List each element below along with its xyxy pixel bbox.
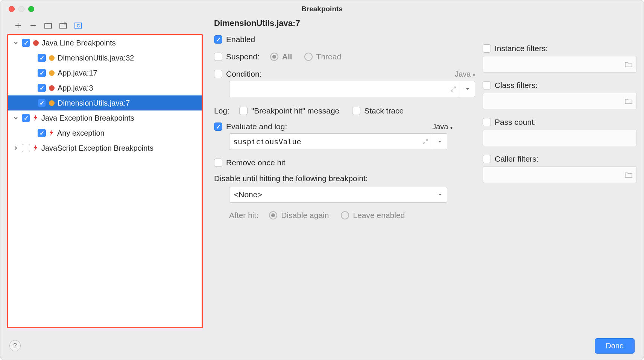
disable-until-select[interactable]: <None> (229, 187, 447, 203)
suspend-thread-radio[interactable] (304, 53, 313, 61)
breakpoint-dot-icon (49, 55, 55, 61)
pass-count-label: Pass count: (495, 118, 536, 127)
svg-rect-3 (60, 23, 63, 24)
eval-input[interactable]: suspiciousValue (229, 133, 432, 150)
checkbox[interactable] (22, 39, 30, 47)
detail-panel: DimensionUtils.java:7 Enabled Suspend: A… (203, 18, 637, 328)
after-hit-row: After hit: Disable again Leave enabled (229, 211, 475, 220)
exception-icon (48, 130, 55, 136)
condition-checkbox[interactable] (214, 70, 222, 78)
tree-label: App.java:17 (58, 69, 97, 77)
pass-count-input[interactable] (483, 130, 637, 146)
group-by-file-icon[interactable] (59, 21, 67, 30)
add-icon[interactable] (14, 21, 22, 30)
checkbox[interactable] (38, 84, 46, 92)
window-title: Breakpoints (0, 5, 644, 13)
condition-header: Condition: Java ▾ (214, 70, 475, 79)
suspend-all-label: All (282, 52, 292, 61)
log-label: Log: (214, 106, 229, 115)
chevron-down-icon (438, 192, 442, 197)
remove-checkbox[interactable] (214, 159, 222, 167)
tree-item[interactable]: App.java:3 (8, 80, 202, 95)
condition-field-wrap (229, 81, 475, 97)
group-by-class-icon[interactable]: C (74, 21, 82, 30)
log-row: Log: "Breakpoint hit" message Stack trac… (214, 106, 475, 115)
tree-label: Java Exception Breakpoints (41, 114, 134, 123)
enabled-checkbox[interactable] (214, 35, 222, 44)
condition-history-dropdown[interactable] (460, 81, 475, 97)
close-icon[interactable] (9, 6, 15, 12)
after-hit-disable-radio[interactable] (269, 211, 277, 219)
condition-label: Condition: (226, 70, 262, 79)
expand-icon[interactable] (451, 86, 456, 92)
class-filters-input[interactable] (483, 93, 637, 109)
class-filters-checkbox[interactable] (483, 81, 491, 89)
tree-item[interactable]: App.java:17 (8, 65, 202, 80)
tree-group[interactable]: Java Exception Breakpoints (8, 110, 202, 126)
tree-label: DimensionUtils.java:32 (58, 54, 134, 62)
condition-input[interactable] (229, 81, 460, 97)
tree-label: Java Line Breakpoints (42, 39, 116, 47)
tree-item-selected[interactable]: DimensionUtils.java:7 (8, 95, 202, 110)
eval-history-dropdown[interactable] (432, 133, 447, 150)
detail-title: DimensionUtils.java:7 (214, 18, 475, 28)
enabled-label: Enabled (226, 35, 255, 44)
filters-column: Instance filters: Class filters: (475, 18, 637, 328)
eval-field-wrap: suspiciousValue (229, 133, 447, 150)
after-hit-disable-label: Disable again (281, 211, 329, 220)
suspend-all-radio[interactable] (270, 53, 278, 61)
folder-icon[interactable] (624, 171, 633, 178)
log-hit-label: "Breakpoint hit" message (251, 106, 339, 115)
disable-until-label: Disable until hitting the following brea… (214, 174, 475, 183)
log-stack-checkbox[interactable] (352, 107, 360, 115)
folder-icon[interactable] (624, 61, 633, 68)
exception-icon (32, 115, 39, 121)
tree-label: App.java:3 (58, 84, 93, 92)
caller-filters-label: Caller filters: (495, 154, 539, 163)
chevron-down-icon[interactable] (12, 41, 20, 45)
eval-checkbox[interactable] (214, 123, 222, 131)
breakpoint-tree[interactable]: Java Line Breakpoints DimensionUtils.jav… (7, 34, 203, 328)
tree-item[interactable]: DimensionUtils.java:32 (8, 50, 202, 65)
enabled-row: Enabled (214, 35, 475, 44)
tree-label: Any exception (57, 129, 105, 138)
pass-count-checkbox[interactable] (483, 118, 491, 126)
chevron-down-icon[interactable] (12, 116, 20, 120)
tree-group[interactable]: Java Line Breakpoints (8, 35, 202, 50)
expand-icon[interactable] (423, 139, 428, 144)
remove-icon[interactable] (29, 21, 37, 30)
minimize-icon[interactable] (18, 6, 24, 12)
after-hit-label: After hit: (229, 211, 258, 220)
folder-icon[interactable] (624, 98, 633, 104)
left-column: C Java Line Breakpoints DimensionUtils.j… (7, 18, 203, 328)
checkbox[interactable] (38, 54, 46, 62)
done-button[interactable]: Done (595, 338, 635, 354)
help-button[interactable]: ? (9, 340, 21, 351)
checkbox[interactable] (38, 129, 46, 137)
log-hit-checkbox[interactable] (239, 107, 248, 115)
exception-icon (32, 145, 39, 151)
suspend-checkbox[interactable] (214, 53, 222, 61)
class-filters-label: Class filters: (495, 81, 538, 90)
tree-label: JavaScript Exception Breakpoints (41, 144, 153, 153)
tree-group[interactable]: JavaScript Exception Breakpoints (8, 141, 202, 156)
checkbox[interactable] (38, 69, 46, 77)
group-by-package-icon[interactable] (44, 21, 52, 30)
caller-filters-input[interactable] (483, 166, 637, 183)
eval-lang[interactable]: Java ▾ (432, 123, 453, 131)
checkbox[interactable] (38, 99, 46, 107)
instance-filters-input[interactable] (483, 56, 637, 73)
chevron-right-icon[interactable] (12, 146, 20, 150)
checkbox[interactable] (22, 114, 30, 122)
condition-lang[interactable]: Java ▾ (455, 70, 475, 79)
zoom-icon[interactable] (28, 6, 34, 12)
instance-filters-checkbox[interactable] (483, 44, 491, 53)
after-hit-leave-radio[interactable] (341, 211, 349, 219)
checkbox[interactable] (22, 144, 30, 152)
eval-header: Evaluate and log: Java ▾ (214, 122, 475, 131)
breakpoints-dialog: Breakpoints C (0, 0, 644, 360)
tree-item[interactable]: Any exception (8, 126, 202, 141)
tree-toolbar: C (7, 18, 203, 33)
caller-filters-checkbox[interactable] (483, 155, 491, 163)
eval-value: suspiciousValue (233, 137, 301, 146)
